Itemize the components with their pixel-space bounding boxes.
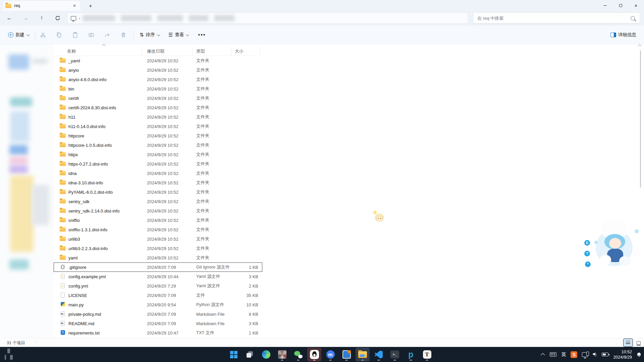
forward-button[interactable]: → [19, 12, 32, 24]
qq-icon[interactable] [307, 348, 321, 361]
vertical-scrollbar[interactable] [640, 50, 641, 188]
anime-app-icon[interactable] [275, 348, 289, 361]
sogou-icon[interactable]: S [571, 351, 577, 358]
file-row[interactable]: anyio 2024/9/29 10:52 文件夹 [54, 65, 262, 75]
column-header-size[interactable]: 大小 [235, 48, 244, 54]
vmware-icon[interactable] [339, 348, 354, 361]
file-type: 文件夹 [196, 152, 209, 158]
typora-icon[interactable] [420, 348, 434, 361]
edge-icon[interactable] [259, 348, 273, 361]
file-row[interactable]: certifi-2024.8.30.dist-info 2024/9/29 10… [54, 103, 262, 112]
vscode-icon[interactable] [372, 348, 386, 361]
sort-button[interactable]: ⇅ 排序 [137, 29, 162, 41]
file-row[interactable]: LICENSE 2024/9/20 7:09 文件 35 KB [54, 291, 262, 300]
file-row[interactable]: main.py 2024/9/20 9:54 Python 源文件 10 KB [54, 300, 262, 309]
maximize-button[interactable] [613, 0, 628, 11]
file-row[interactable]: README.md 2024/9/20 7:09 Markdown File 3… [54, 319, 262, 328]
details-pane-button[interactable]: 详细信息 [608, 29, 639, 41]
file-row[interactable]: config.example.yml 2024/9/29 10:44 Yaml … [54, 272, 262, 281]
file-row[interactable]: httpx-0.27.2.dist-info 2024/9/29 10:52 文… [54, 159, 262, 169]
tray-chevron-up-icon[interactable] [541, 353, 545, 357]
file-row[interactable]: sentry_sdk 2024/9/29 10:52 文件夹 [54, 197, 262, 206]
large-icons-view-toggle[interactable] [634, 339, 643, 347]
breadcrumb-segment-redacted[interactable] [83, 15, 115, 21]
task-view-button[interactable] [243, 348, 257, 361]
file-list: _yaml 2024/9/29 10:52 文件夹 anyio 2024/9/2… [54, 56, 262, 338]
breadcrumb[interactable]: › [67, 12, 468, 24]
delete-button[interactable] [117, 29, 130, 41]
scrollbar-up-arrow[interactable] [638, 44, 641, 48]
file-row[interactable]: sniffio-1.3.1.dist-info 2024/9/29 10:52 … [54, 225, 262, 234]
paste-button[interactable] [68, 29, 82, 41]
column-header-type[interactable]: 类型 [196, 48, 205, 54]
breadcrumb-segment-redacted[interactable] [121, 15, 151, 21]
breadcrumb-segment-redacted[interactable] [214, 15, 234, 21]
tab-close-icon[interactable]: × [71, 2, 78, 9]
m-app-icon[interactable]: m [323, 348, 337, 361]
file-name: httpx [68, 152, 78, 157]
refresh-button[interactable] [52, 12, 64, 24]
file-icon [60, 208, 66, 213]
ime-indicator[interactable]: 英 [561, 352, 566, 358]
file-row[interactable]: _yaml 2024/9/29 10:52 文件夹 [54, 56, 262, 65]
file-row[interactable]: config.yml 2024/9/20 7:29 Yaml 源文件 2 KB [54, 281, 262, 291]
up-button[interactable]: ↑ [36, 12, 48, 24]
file-row[interactable]: sentry_sdk-2.14.0.dist-info 2024/9/29 10… [54, 206, 262, 216]
file-row[interactable]: anyio-4.6.0.dist-info 2024/9/29 10:52 文件… [54, 75, 262, 84]
battery-icon[interactable] [602, 353, 608, 356]
column-header-name[interactable]: 名称 [67, 48, 76, 54]
search-box[interactable] [473, 12, 640, 24]
file-row[interactable]: urllib3-2.2.3.dist-info 2024/9/29 10:52 … [54, 244, 262, 253]
volume-icon[interactable] [593, 353, 597, 357]
back-button[interactable]: ← [3, 12, 15, 24]
file-row[interactable]: requirements.txt 2024/9/29 10:47 TXT 文件 … [54, 328, 262, 338]
file-type: 文件夹 [196, 133, 209, 139]
file-row[interactable]: urllib3 2024/9/29 10:52 文件夹 [54, 234, 262, 244]
new-tab-button[interactable]: + [87, 2, 95, 10]
breadcrumb-segment-redacted[interactable] [157, 15, 183, 21]
file-row[interactable]: yaml 2024/9/29 10:52 文件夹 [54, 253, 262, 262]
rename-button[interactable]: A [85, 29, 98, 41]
file-icon [60, 171, 66, 175]
new-button[interactable]: 新建 [5, 29, 32, 41]
explorer-tab[interactable]: req × [3, 1, 80, 11]
copy-button[interactable] [52, 29, 66, 41]
more-options-button[interactable]: ••• [196, 29, 208, 41]
minimize-button[interactable] [597, 0, 613, 11]
details-view-toggle[interactable] [624, 339, 633, 347]
share-icon [104, 32, 110, 38]
share-button[interactable] [101, 29, 114, 41]
close-button[interactable]: × [628, 0, 644, 11]
file-row[interactable]: h11 2024/9/29 10:52 文件夹 [54, 112, 262, 122]
file-row[interactable]: idna-3.10.dist-info 2024/9/29 10:52 文件夹 [54, 178, 262, 187]
wechat-icon[interactable] [291, 348, 305, 361]
notification-bell-icon[interactable] [637, 352, 641, 357]
file-icon [61, 302, 65, 306]
file-name: config.yml [68, 284, 88, 289]
file-row[interactable]: sniffio 2024/9/29 10:52 文件夹 [54, 216, 262, 225]
file-row[interactable]: httpcore 2024/9/29 10:52 文件夹 [54, 131, 262, 140]
taskbar-clock[interactable]: 10:52 2024/9/29 [613, 349, 632, 360]
phone-link-icon[interactable] [582, 352, 588, 357]
view-button[interactable]: ☰ 查看 [166, 29, 191, 41]
file-row[interactable]: PyYAML-6.0.2.dist-info 2024/9/29 10:52 文… [54, 187, 262, 197]
search-input[interactable] [473, 16, 631, 21]
file-row[interactable]: private-policy.md 2024/9/20 7:09 Markdow… [54, 309, 262, 319]
file-date: 2024/9/29 10:52 [147, 246, 178, 251]
file-row[interactable]: certifi 2024/9/29 10:52 文件夹 [54, 94, 262, 103]
cut-button[interactable] [36, 29, 50, 41]
file-explorer-icon[interactable] [356, 348, 370, 361]
p-app-icon[interactable] [404, 348, 418, 361]
file-row[interactable]: idna 2024/9/29 10:52 文件夹 [54, 169, 262, 178]
column-header-date[interactable]: 修改日期 [147, 48, 164, 54]
terminal-icon[interactable] [388, 348, 402, 361]
file-row[interactable]: h11-0.14.0.dist-info 2024/9/29 10:52 文件夹 [54, 122, 262, 131]
touch-keyboard-icon[interactable] [550, 352, 556, 357]
start-button[interactable] [227, 348, 241, 361]
chevron-down-icon [26, 33, 30, 36]
file-row[interactable]: .gitignore 2024/9/20 7:09 Git Ignore 源文件… [54, 262, 262, 272]
breadcrumb-segment-redacted[interactable] [189, 15, 208, 21]
file-row[interactable]: httpcore-1.0.5.dist-info 2024/9/29 10:52… [54, 140, 262, 150]
file-row[interactable]: httpx 2024/9/29 10:52 文件夹 [54, 150, 262, 159]
file-row[interactable]: bin 2024/9/29 10:52 文件夹 [54, 84, 262, 94]
